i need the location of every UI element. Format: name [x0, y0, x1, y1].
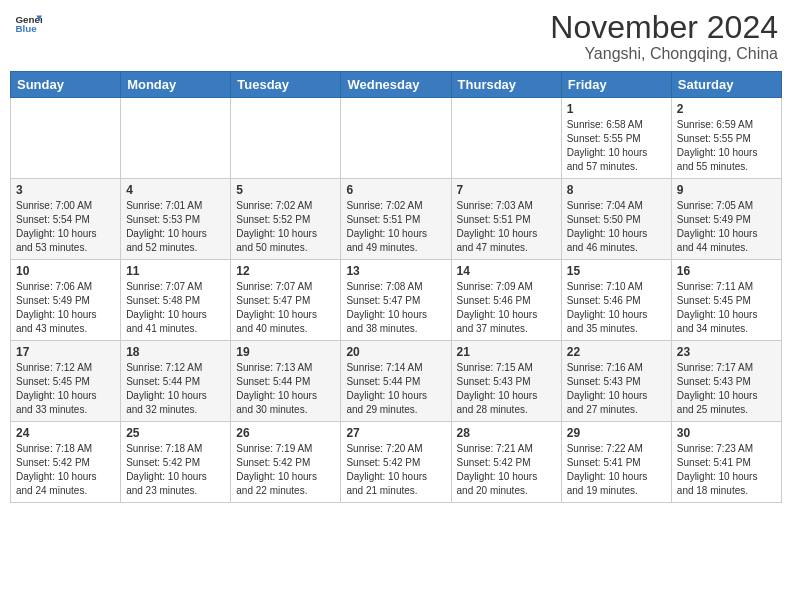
day-number: 18 — [126, 345, 225, 359]
calendar-cell: 9Sunrise: 7:05 AM Sunset: 5:49 PM Daylig… — [671, 179, 781, 260]
month-title: November 2024 — [550, 10, 778, 45]
day-info: Sunrise: 7:17 AM Sunset: 5:43 PM Dayligh… — [677, 361, 776, 417]
page-header: General Blue November 2024 Yangshi, Chon… — [10, 10, 782, 63]
day-info: Sunrise: 6:58 AM Sunset: 5:55 PM Dayligh… — [567, 118, 666, 174]
day-info: Sunrise: 7:13 AM Sunset: 5:44 PM Dayligh… — [236, 361, 335, 417]
calendar-cell: 7Sunrise: 7:03 AM Sunset: 5:51 PM Daylig… — [451, 179, 561, 260]
day-info: Sunrise: 7:02 AM Sunset: 5:52 PM Dayligh… — [236, 199, 335, 255]
weekday-header: Saturday — [671, 72, 781, 98]
calendar-cell: 27Sunrise: 7:20 AM Sunset: 5:42 PM Dayli… — [341, 422, 451, 503]
calendar-cell: 17Sunrise: 7:12 AM Sunset: 5:45 PM Dayli… — [11, 341, 121, 422]
day-number: 7 — [457, 183, 556, 197]
day-info: Sunrise: 6:59 AM Sunset: 5:55 PM Dayligh… — [677, 118, 776, 174]
calendar-cell — [121, 98, 231, 179]
day-number: 10 — [16, 264, 115, 278]
day-info: Sunrise: 7:05 AM Sunset: 5:49 PM Dayligh… — [677, 199, 776, 255]
calendar-cell: 26Sunrise: 7:19 AM Sunset: 5:42 PM Dayli… — [231, 422, 341, 503]
weekday-header: Tuesday — [231, 72, 341, 98]
calendar-cell: 28Sunrise: 7:21 AM Sunset: 5:42 PM Dayli… — [451, 422, 561, 503]
day-number: 23 — [677, 345, 776, 359]
calendar-cell: 13Sunrise: 7:08 AM Sunset: 5:47 PM Dayli… — [341, 260, 451, 341]
calendar-week-row: 3Sunrise: 7:00 AM Sunset: 5:54 PM Daylig… — [11, 179, 782, 260]
day-number: 2 — [677, 102, 776, 116]
logo-icon: General Blue — [14, 10, 42, 38]
day-number: 20 — [346, 345, 445, 359]
svg-text:Blue: Blue — [15, 23, 37, 34]
day-info: Sunrise: 7:08 AM Sunset: 5:47 PM Dayligh… — [346, 280, 445, 336]
day-info: Sunrise: 7:07 AM Sunset: 5:47 PM Dayligh… — [236, 280, 335, 336]
day-info: Sunrise: 7:09 AM Sunset: 5:46 PM Dayligh… — [457, 280, 556, 336]
day-info: Sunrise: 7:02 AM Sunset: 5:51 PM Dayligh… — [346, 199, 445, 255]
weekday-header: Wednesday — [341, 72, 451, 98]
day-info: Sunrise: 7:21 AM Sunset: 5:42 PM Dayligh… — [457, 442, 556, 498]
calendar-cell: 3Sunrise: 7:00 AM Sunset: 5:54 PM Daylig… — [11, 179, 121, 260]
day-number: 25 — [126, 426, 225, 440]
day-number: 28 — [457, 426, 556, 440]
day-info: Sunrise: 7:18 AM Sunset: 5:42 PM Dayligh… — [126, 442, 225, 498]
day-info: Sunrise: 7:10 AM Sunset: 5:46 PM Dayligh… — [567, 280, 666, 336]
calendar-cell: 19Sunrise: 7:13 AM Sunset: 5:44 PM Dayli… — [231, 341, 341, 422]
calendar-cell: 25Sunrise: 7:18 AM Sunset: 5:42 PM Dayli… — [121, 422, 231, 503]
calendar-cell: 20Sunrise: 7:14 AM Sunset: 5:44 PM Dayli… — [341, 341, 451, 422]
calendar-cell: 24Sunrise: 7:18 AM Sunset: 5:42 PM Dayli… — [11, 422, 121, 503]
day-info: Sunrise: 7:00 AM Sunset: 5:54 PM Dayligh… — [16, 199, 115, 255]
calendar-cell: 10Sunrise: 7:06 AM Sunset: 5:49 PM Dayli… — [11, 260, 121, 341]
location-title: Yangshi, Chongqing, China — [550, 45, 778, 63]
weekday-header: Thursday — [451, 72, 561, 98]
calendar-cell: 16Sunrise: 7:11 AM Sunset: 5:45 PM Dayli… — [671, 260, 781, 341]
day-number: 17 — [16, 345, 115, 359]
day-number: 22 — [567, 345, 666, 359]
calendar-cell — [11, 98, 121, 179]
day-number: 8 — [567, 183, 666, 197]
weekday-header: Sunday — [11, 72, 121, 98]
day-number: 21 — [457, 345, 556, 359]
calendar-cell: 23Sunrise: 7:17 AM Sunset: 5:43 PM Dayli… — [671, 341, 781, 422]
day-info: Sunrise: 7:04 AM Sunset: 5:50 PM Dayligh… — [567, 199, 666, 255]
calendar-cell: 12Sunrise: 7:07 AM Sunset: 5:47 PM Dayli… — [231, 260, 341, 341]
calendar-cell — [451, 98, 561, 179]
day-info: Sunrise: 7:12 AM Sunset: 5:45 PM Dayligh… — [16, 361, 115, 417]
day-info: Sunrise: 7:14 AM Sunset: 5:44 PM Dayligh… — [346, 361, 445, 417]
calendar-table: SundayMondayTuesdayWednesdayThursdayFrid… — [10, 71, 782, 503]
calendar-week-row: 17Sunrise: 7:12 AM Sunset: 5:45 PM Dayli… — [11, 341, 782, 422]
logo: General Blue — [14, 10, 42, 38]
day-number: 5 — [236, 183, 335, 197]
day-info: Sunrise: 7:01 AM Sunset: 5:53 PM Dayligh… — [126, 199, 225, 255]
calendar-week-row: 24Sunrise: 7:18 AM Sunset: 5:42 PM Dayli… — [11, 422, 782, 503]
day-number: 29 — [567, 426, 666, 440]
day-info: Sunrise: 7:06 AM Sunset: 5:49 PM Dayligh… — [16, 280, 115, 336]
calendar-cell — [341, 98, 451, 179]
calendar-cell: 21Sunrise: 7:15 AM Sunset: 5:43 PM Dayli… — [451, 341, 561, 422]
day-info: Sunrise: 7:11 AM Sunset: 5:45 PM Dayligh… — [677, 280, 776, 336]
day-info: Sunrise: 7:16 AM Sunset: 5:43 PM Dayligh… — [567, 361, 666, 417]
day-info: Sunrise: 7:18 AM Sunset: 5:42 PM Dayligh… — [16, 442, 115, 498]
day-number: 27 — [346, 426, 445, 440]
calendar-header-row: SundayMondayTuesdayWednesdayThursdayFrid… — [11, 72, 782, 98]
calendar-cell: 8Sunrise: 7:04 AM Sunset: 5:50 PM Daylig… — [561, 179, 671, 260]
day-number: 24 — [16, 426, 115, 440]
calendar-cell — [231, 98, 341, 179]
calendar-cell: 18Sunrise: 7:12 AM Sunset: 5:44 PM Dayli… — [121, 341, 231, 422]
day-number: 3 — [16, 183, 115, 197]
day-number: 30 — [677, 426, 776, 440]
day-number: 6 — [346, 183, 445, 197]
calendar-cell: 1Sunrise: 6:58 AM Sunset: 5:55 PM Daylig… — [561, 98, 671, 179]
calendar-cell: 11Sunrise: 7:07 AM Sunset: 5:48 PM Dayli… — [121, 260, 231, 341]
day-info: Sunrise: 7:22 AM Sunset: 5:41 PM Dayligh… — [567, 442, 666, 498]
day-number: 26 — [236, 426, 335, 440]
day-info: Sunrise: 7:12 AM Sunset: 5:44 PM Dayligh… — [126, 361, 225, 417]
calendar-week-row: 10Sunrise: 7:06 AM Sunset: 5:49 PM Dayli… — [11, 260, 782, 341]
calendar-cell: 14Sunrise: 7:09 AM Sunset: 5:46 PM Dayli… — [451, 260, 561, 341]
day-info: Sunrise: 7:20 AM Sunset: 5:42 PM Dayligh… — [346, 442, 445, 498]
day-number: 11 — [126, 264, 225, 278]
day-number: 13 — [346, 264, 445, 278]
weekday-header: Friday — [561, 72, 671, 98]
day-info: Sunrise: 7:23 AM Sunset: 5:41 PM Dayligh… — [677, 442, 776, 498]
calendar-cell: 22Sunrise: 7:16 AM Sunset: 5:43 PM Dayli… — [561, 341, 671, 422]
calendar-cell: 4Sunrise: 7:01 AM Sunset: 5:53 PM Daylig… — [121, 179, 231, 260]
calendar-cell: 29Sunrise: 7:22 AM Sunset: 5:41 PM Dayli… — [561, 422, 671, 503]
calendar-cell: 15Sunrise: 7:10 AM Sunset: 5:46 PM Dayli… — [561, 260, 671, 341]
weekday-header: Monday — [121, 72, 231, 98]
day-number: 1 — [567, 102, 666, 116]
calendar-cell: 30Sunrise: 7:23 AM Sunset: 5:41 PM Dayli… — [671, 422, 781, 503]
